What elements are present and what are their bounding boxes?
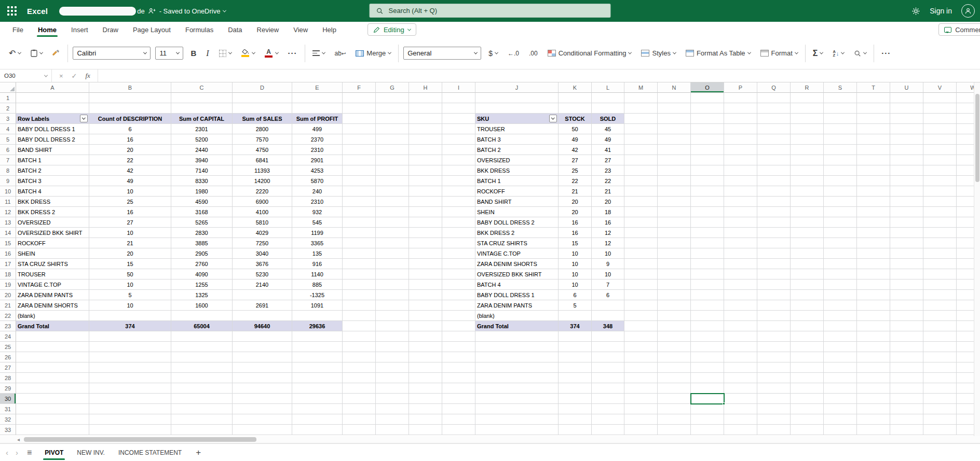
cell-F10[interactable]	[343, 186, 376, 197]
cell-J33[interactable]	[475, 425, 559, 435]
cell-O2[interactable]	[691, 103, 724, 114]
cell-U12[interactable]	[890, 207, 923, 217]
cell-Q25[interactable]	[757, 342, 791, 352]
cell-C27[interactable]	[171, 362, 233, 373]
cell-H28[interactable]	[409, 373, 442, 383]
cell-U30[interactable]	[890, 394, 923, 404]
cell-L11[interactable]: 20	[592, 197, 624, 207]
row-header-5[interactable]: 5	[0, 134, 16, 145]
cell-I24[interactable]	[442, 331, 475, 342]
cell-R25[interactable]	[791, 342, 824, 352]
cell-E2[interactable]	[292, 103, 343, 114]
cell-N32[interactable]	[658, 414, 691, 425]
cell-O3[interactable]	[691, 114, 724, 124]
cell-R11[interactable]	[791, 197, 824, 207]
cell-E21[interactable]: 1091	[292, 300, 343, 311]
cell-E16[interactable]: 135	[292, 248, 343, 259]
cell-N33[interactable]	[658, 425, 691, 435]
cell-P32[interactable]	[724, 414, 757, 425]
cell-J14[interactable]: BKK DRESS 2	[475, 228, 559, 238]
ribbon-tab-home[interactable]: Home	[31, 22, 64, 37]
cell-E31[interactable]	[292, 404, 343, 414]
cell-L18[interactable]: 10	[592, 269, 624, 280]
cell-C17[interactable]: 2760	[171, 259, 233, 269]
cell-N2[interactable]	[658, 103, 691, 114]
cell-L16[interactable]: 10	[592, 248, 624, 259]
cell-C8[interactable]: 7140	[171, 165, 233, 176]
cell-T10[interactable]	[857, 186, 890, 197]
cell-C5[interactable]: 5200	[171, 134, 233, 145]
cell-O28[interactable]	[691, 373, 724, 383]
cell-I8[interactable]	[442, 165, 475, 176]
cell-D20[interactable]	[233, 290, 292, 300]
cell-F21[interactable]	[343, 300, 376, 311]
cell-F11[interactable]	[343, 197, 376, 207]
cell-E17[interactable]: 916	[292, 259, 343, 269]
cell-Q5[interactable]	[757, 134, 791, 145]
cell-B19[interactable]: 10	[89, 280, 171, 290]
cell-F13[interactable]	[343, 217, 376, 228]
cell-G14[interactable]	[376, 228, 409, 238]
cell-N23[interactable]	[658, 321, 691, 331]
cell-U33[interactable]	[890, 425, 923, 435]
cell-K19[interactable]: 10	[559, 280, 592, 290]
cell-D17[interactable]: 3676	[233, 259, 292, 269]
cell-U28[interactable]	[890, 373, 923, 383]
cell-P13[interactable]	[724, 217, 757, 228]
cell-T31[interactable]	[857, 404, 890, 414]
cell-D7[interactable]: 6841	[233, 155, 292, 165]
cell-G2[interactable]	[376, 103, 409, 114]
cell-D21[interactable]: 2691	[233, 300, 292, 311]
selected-cell[interactable]	[691, 394, 724, 404]
decrease-decimal-button[interactable]: .00	[526, 48, 540, 59]
cell-J5[interactable]: BATCH 3	[475, 134, 559, 145]
cell-P12[interactable]	[724, 207, 757, 217]
cell-J4[interactable]: TROUSER	[475, 124, 559, 134]
cell-D24[interactable]	[233, 331, 292, 342]
cell-G30[interactable]	[376, 394, 409, 404]
cell-I30[interactable]	[442, 394, 475, 404]
ribbon-more-button[interactable]: ···	[879, 47, 893, 60]
cell-U13[interactable]	[890, 217, 923, 228]
format-button[interactable]: Format	[758, 47, 800, 59]
cell-L32[interactable]	[592, 414, 624, 425]
row-header-6[interactable]: 6	[0, 145, 16, 155]
cell-V11[interactable]	[923, 197, 957, 207]
cell-M3[interactable]	[624, 114, 658, 124]
cell-U26[interactable]	[890, 352, 923, 362]
cell-A7[interactable]: BATCH 1	[16, 155, 89, 165]
cell-H20[interactable]	[409, 290, 442, 300]
cell-R10[interactable]	[791, 186, 824, 197]
cell-Q18[interactable]	[757, 269, 791, 280]
cell-V31[interactable]	[923, 404, 957, 414]
cell-U19[interactable]	[890, 280, 923, 290]
cell-L8[interactable]: 23	[592, 165, 624, 176]
cell-K15[interactable]: 15	[559, 238, 592, 248]
column-header-S[interactable]: S	[824, 82, 857, 93]
cell-A30[interactable]	[16, 394, 89, 404]
cell-G10[interactable]	[376, 186, 409, 197]
cell-A4[interactable]: BABY DOLL DRESS 1	[16, 124, 89, 134]
cell-R17[interactable]	[791, 259, 824, 269]
cell-G24[interactable]	[376, 331, 409, 342]
cell-M2[interactable]	[624, 103, 658, 114]
row-header-27[interactable]: 27	[0, 362, 16, 373]
cell-J21[interactable]: ZARA DENIM PANTS	[475, 300, 559, 311]
cell-E30[interactable]	[292, 394, 343, 404]
cell-T22[interactable]	[857, 311, 890, 321]
cell-Q28[interactable]	[757, 373, 791, 383]
cell-K23[interactable]: 374	[559, 321, 592, 331]
cell-F27[interactable]	[343, 362, 376, 373]
row-header-10[interactable]: 10	[0, 186, 16, 197]
cell-O10[interactable]	[691, 186, 724, 197]
cell-H24[interactable]	[409, 331, 442, 342]
cell-B5[interactable]: 16	[89, 134, 171, 145]
cell-J24[interactable]	[475, 331, 559, 342]
cell-J32[interactable]	[475, 414, 559, 425]
cell-V25[interactable]	[923, 342, 957, 352]
cell-V2[interactable]	[923, 103, 957, 114]
row-header-17[interactable]: 17	[0, 259, 16, 269]
cell-R22[interactable]	[791, 311, 824, 321]
cell-K29[interactable]	[559, 383, 592, 394]
cell-G3[interactable]	[376, 114, 409, 124]
